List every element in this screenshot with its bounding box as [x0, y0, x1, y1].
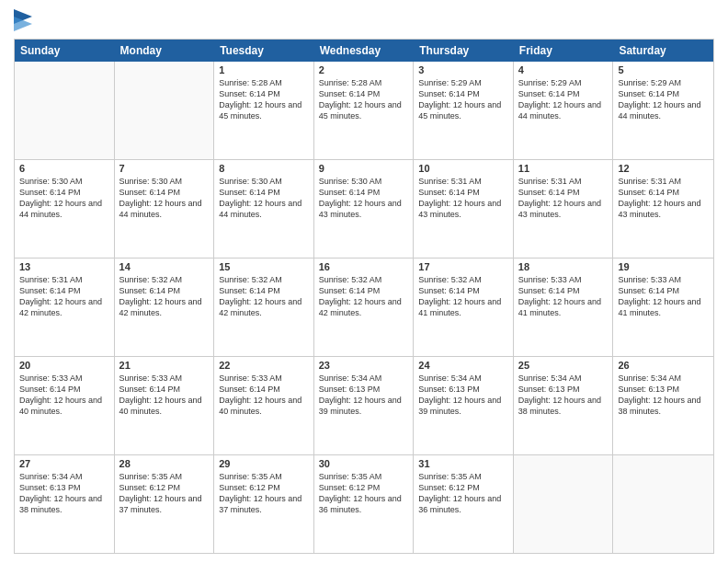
calendar-cell: 13Sunrise: 5:31 AMSunset: 6:14 PMDayligh…	[15, 259, 115, 356]
calendar-cell: 28Sunrise: 5:35 AMSunset: 6:12 PMDayligh…	[115, 455, 215, 553]
header-day-saturday: Saturday	[613, 40, 713, 62]
day-number: 12	[618, 163, 709, 174]
calendar-cell: 27Sunrise: 5:34 AMSunset: 6:13 PMDayligh…	[15, 455, 115, 553]
calendar: SundayMondayTuesdayWednesdayThursdayFrid…	[14, 39, 714, 554]
day-number: 6	[19, 163, 109, 174]
calendar-cell: 22Sunrise: 5:33 AMSunset: 6:14 PMDayligh…	[214, 357, 314, 454]
header-day-sunday: Sunday	[15, 40, 115, 62]
day-info: Sunrise: 5:28 AMSunset: 6:14 PMDaylight:…	[319, 77, 409, 122]
day-info: Sunrise: 5:34 AMSunset: 6:13 PMDaylight:…	[518, 373, 609, 418]
day-number: 2	[319, 64, 409, 75]
day-info: Sunrise: 5:34 AMSunset: 6:13 PMDaylight:…	[618, 373, 709, 418]
header-day-monday: Monday	[115, 40, 215, 62]
calendar-cell: 10Sunrise: 5:31 AMSunset: 6:14 PMDayligh…	[414, 160, 514, 258]
calendar-cell	[15, 62, 115, 159]
day-number: 8	[219, 163, 309, 174]
calendar-cell: 24Sunrise: 5:34 AMSunset: 6:13 PMDayligh…	[414, 357, 514, 454]
day-number: 14	[119, 261, 210, 272]
calendar-cell: 31Sunrise: 5:35 AMSunset: 6:12 PMDayligh…	[414, 455, 514, 553]
header-day-wednesday: Wednesday	[314, 40, 415, 62]
day-info: Sunrise: 5:29 AMSunset: 6:14 PMDaylight:…	[518, 77, 609, 122]
calendar-cell: 9Sunrise: 5:30 AMSunset: 6:14 PMDaylight…	[314, 160, 415, 258]
day-info: Sunrise: 5:31 AMSunset: 6:14 PMDaylight:…	[19, 274, 109, 319]
day-number: 7	[119, 163, 210, 174]
calendar-cell: 18Sunrise: 5:33 AMSunset: 6:14 PMDayligh…	[514, 259, 614, 356]
day-number: 28	[119, 458, 210, 469]
calendar-cell: 17Sunrise: 5:32 AMSunset: 6:14 PMDayligh…	[414, 259, 514, 356]
day-info: Sunrise: 5:30 AMSunset: 6:14 PMDaylight:…	[319, 176, 409, 221]
calendar-cell: 6Sunrise: 5:30 AMSunset: 6:14 PMDaylight…	[15, 160, 115, 258]
day-info: Sunrise: 5:32 AMSunset: 6:14 PMDaylight:…	[418, 274, 508, 319]
day-info: Sunrise: 5:31 AMSunset: 6:14 PMDaylight:…	[618, 176, 709, 221]
calendar-cell: 4Sunrise: 5:29 AMSunset: 6:14 PMDaylight…	[514, 62, 614, 159]
day-info: Sunrise: 5:34 AMSunset: 6:13 PMDaylight:…	[319, 373, 409, 418]
calendar-body: 1Sunrise: 5:28 AMSunset: 6:14 PMDaylight…	[15, 62, 713, 553]
calendar-cell: 23Sunrise: 5:34 AMSunset: 6:13 PMDayligh…	[314, 357, 415, 454]
day-info: Sunrise: 5:29 AMSunset: 6:14 PMDaylight:…	[618, 77, 709, 122]
day-number: 9	[319, 163, 409, 174]
day-number: 22	[219, 360, 309, 371]
calendar-cell: 21Sunrise: 5:33 AMSunset: 6:14 PMDayligh…	[115, 357, 215, 454]
day-number: 21	[119, 360, 210, 371]
day-number: 24	[418, 360, 508, 371]
calendar-cell: 25Sunrise: 5:34 AMSunset: 6:13 PMDayligh…	[514, 357, 614, 454]
calendar-cell: 12Sunrise: 5:31 AMSunset: 6:14 PMDayligh…	[613, 160, 713, 258]
header-day-friday: Friday	[514, 40, 614, 62]
day-info: Sunrise: 5:33 AMSunset: 6:14 PMDaylight:…	[19, 373, 109, 418]
calendar-cell: 1Sunrise: 5:28 AMSunset: 6:14 PMDaylight…	[214, 62, 314, 159]
day-info: Sunrise: 5:29 AMSunset: 6:14 PMDaylight:…	[418, 77, 508, 122]
day-number: 17	[418, 261, 508, 272]
day-info: Sunrise: 5:32 AMSunset: 6:14 PMDaylight:…	[219, 274, 309, 319]
calendar-week-2: 6Sunrise: 5:30 AMSunset: 6:14 PMDaylight…	[15, 160, 713, 259]
day-info: Sunrise: 5:30 AMSunset: 6:14 PMDaylight:…	[219, 176, 309, 221]
calendar-week-1: 1Sunrise: 5:28 AMSunset: 6:14 PMDaylight…	[15, 62, 713, 160]
calendar-cell: 26Sunrise: 5:34 AMSunset: 6:13 PMDayligh…	[613, 357, 713, 454]
day-info: Sunrise: 5:32 AMSunset: 6:14 PMDaylight:…	[119, 274, 210, 319]
calendar-week-4: 20Sunrise: 5:33 AMSunset: 6:14 PMDayligh…	[15, 357, 713, 455]
calendar-cell: 11Sunrise: 5:31 AMSunset: 6:14 PMDayligh…	[514, 160, 614, 258]
day-number: 23	[319, 360, 409, 371]
calendar-cell: 15Sunrise: 5:32 AMSunset: 6:14 PMDayligh…	[214, 259, 314, 356]
day-info: Sunrise: 5:33 AMSunset: 6:14 PMDaylight:…	[618, 274, 709, 319]
calendar-cell	[115, 62, 215, 159]
day-info: Sunrise: 5:34 AMSunset: 6:13 PMDaylight:…	[418, 373, 508, 418]
calendar-cell: 2Sunrise: 5:28 AMSunset: 6:14 PMDaylight…	[314, 62, 415, 159]
day-number: 3	[418, 64, 508, 75]
page: SundayMondayTuesdayWednesdayThursdayFrid…	[0, 0, 728, 563]
day-number: 1	[219, 64, 309, 75]
calendar-week-5: 27Sunrise: 5:34 AMSunset: 6:13 PMDayligh…	[15, 455, 713, 553]
calendar-cell: 3Sunrise: 5:29 AMSunset: 6:14 PMDaylight…	[414, 62, 514, 159]
calendar-cell: 16Sunrise: 5:32 AMSunset: 6:14 PMDayligh…	[314, 259, 415, 356]
logo	[14, 9, 36, 31]
day-info: Sunrise: 5:30 AMSunset: 6:14 PMDaylight:…	[119, 176, 210, 221]
day-number: 20	[19, 360, 109, 371]
calendar-cell: 29Sunrise: 5:35 AMSunset: 6:12 PMDayligh…	[214, 455, 314, 553]
day-info: Sunrise: 5:35 AMSunset: 6:12 PMDaylight:…	[319, 471, 409, 516]
day-number: 27	[19, 458, 109, 469]
day-info: Sunrise: 5:31 AMSunset: 6:14 PMDaylight:…	[518, 176, 609, 221]
day-info: Sunrise: 5:35 AMSunset: 6:12 PMDaylight:…	[119, 471, 210, 516]
day-number: 15	[219, 261, 309, 272]
day-info: Sunrise: 5:31 AMSunset: 6:14 PMDaylight:…	[418, 176, 508, 221]
day-number: 18	[518, 261, 609, 272]
calendar-cell: 14Sunrise: 5:32 AMSunset: 6:14 PMDayligh…	[115, 259, 215, 356]
day-info: Sunrise: 5:33 AMSunset: 6:14 PMDaylight:…	[518, 274, 609, 319]
day-number: 4	[518, 64, 609, 75]
calendar-cell	[613, 455, 713, 553]
day-number: 26	[618, 360, 709, 371]
calendar-week-3: 13Sunrise: 5:31 AMSunset: 6:14 PMDayligh…	[15, 259, 713, 357]
calendar-cell: 5Sunrise: 5:29 AMSunset: 6:14 PMDaylight…	[613, 62, 713, 159]
calendar-cell: 20Sunrise: 5:33 AMSunset: 6:14 PMDayligh…	[15, 357, 115, 454]
calendar-cell: 7Sunrise: 5:30 AMSunset: 6:14 PMDaylight…	[115, 160, 215, 258]
calendar-header: SundayMondayTuesdayWednesdayThursdayFrid…	[15, 40, 713, 62]
header	[14, 9, 714, 31]
day-info: Sunrise: 5:33 AMSunset: 6:14 PMDaylight:…	[119, 373, 210, 418]
day-number: 11	[518, 163, 609, 174]
day-info: Sunrise: 5:33 AMSunset: 6:14 PMDaylight:…	[219, 373, 309, 418]
calendar-cell	[514, 455, 614, 553]
calendar-cell: 30Sunrise: 5:35 AMSunset: 6:12 PMDayligh…	[314, 455, 415, 553]
calendar-cell: 8Sunrise: 5:30 AMSunset: 6:14 PMDaylight…	[214, 160, 314, 258]
day-number: 19	[618, 261, 709, 272]
day-info: Sunrise: 5:34 AMSunset: 6:13 PMDaylight:…	[19, 471, 109, 516]
logo-icon	[14, 9, 32, 31]
